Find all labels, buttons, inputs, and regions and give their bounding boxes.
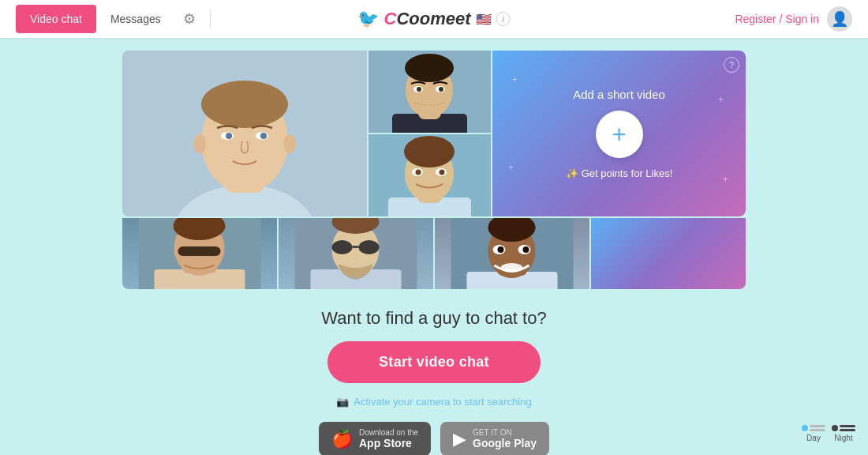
theme-day-line-2 [810, 429, 825, 431]
svg-point-40 [359, 240, 380, 254]
plus-icon: + [612, 122, 627, 147]
svg-point-7 [226, 133, 232, 139]
avatar[interactable]: 👤 [827, 6, 852, 32]
svg-point-18 [417, 87, 421, 92]
svg-point-10 [283, 134, 296, 153]
apple-icon: 🍎 [331, 429, 353, 449]
svg-point-48 [501, 263, 523, 273]
theme-day-option[interactable]: Day [802, 425, 825, 442]
theme-night-line-2 [840, 429, 855, 431]
theme-toggle: Day Night [802, 425, 855, 442]
svg-point-24 [404, 136, 455, 167]
help-badge[interactable]: ? [724, 57, 739, 73]
photo-grid-top: ? + + + + Add a short video + ✨ Get poin… [122, 51, 746, 216]
info-icon[interactable]: i [496, 12, 511, 26]
photo-grid-bottom [122, 218, 746, 289]
photo-bottom-1 [122, 218, 277, 289]
nav-messages-button[interactable]: Messages [96, 5, 175, 33]
svg-rect-34 [178, 246, 221, 256]
logo-area: 🐦 CCoomeet 🇺🇸 i [357, 9, 510, 29]
theme-night-line-1 [840, 425, 855, 427]
app-store-buttons: 🍎 Download on the App Store ▶ GET IT ON … [319, 422, 549, 455]
flag-icon: 🇺🇸 [476, 12, 492, 27]
svg-point-52 [523, 246, 529, 253]
svg-point-28 [440, 170, 445, 175]
get-points-label: ✨ Get points for Likes! [566, 167, 673, 179]
header-right: Register / Sign in 👤 [735, 6, 852, 32]
svg-point-51 [498, 246, 504, 253]
nav-left: Video chat Messages ⚙ [16, 4, 217, 34]
photo-bot-mid [369, 134, 491, 216]
theme-night-label: Night [834, 434, 852, 442]
start-video-chat-button[interactable]: Start video chat [327, 341, 541, 383]
camera-icon: 📷 [336, 396, 349, 408]
header: Video chat Messages ⚙ 🐦 CCoomeet 🇺🇸 i Re… [0, 0, 868, 38]
camera-hint-text: Activate your camera to start searching [354, 396, 531, 408]
google-play-text: GET IT ON Google Play [473, 428, 537, 449]
photo-top-mid [369, 51, 491, 133]
theme-night-lines [840, 425, 855, 431]
app-store-button[interactable]: 🍎 Download on the App Store [319, 422, 431, 455]
register-link[interactable]: Register / Sign in [735, 13, 819, 25]
cta-section: Want to find a guy to chat to? Start vid… [321, 308, 546, 408]
theme-day-dot [802, 425, 808, 431]
google-play-small-label: GET IT ON [473, 428, 537, 437]
add-video-button[interactable]: + [596, 111, 643, 158]
app-store-big-label: App Store [359, 437, 418, 449]
photo-large-left [122, 51, 367, 216]
theme-day-bar [802, 425, 825, 431]
cta-heading: Want to find a guy to chat to? [321, 308, 546, 329]
svg-point-15 [405, 54, 454, 82]
theme-night-bar [832, 425, 855, 431]
svg-point-19 [439, 87, 443, 92]
photo-bottom-2 [279, 218, 433, 289]
theme-day-label: Day [806, 434, 821, 442]
logo-bird-icon: 🐦 [357, 9, 379, 29]
photo-grid: ? + + + + Add a short video + ✨ Get poin… [122, 51, 746, 289]
google-play-icon: ▶ [453, 429, 466, 449]
svg-point-4 [201, 81, 288, 128]
logo-text: CCoomeet [383, 9, 470, 29]
theme-day-line-1 [810, 425, 825, 427]
settings-button[interactable]: ⚙ [175, 4, 204, 34]
add-video-panel: ? + + + + Add a short video + ✨ Get poin… [492, 51, 746, 216]
add-video-label: Add a short video [573, 88, 665, 101]
theme-day-lines [810, 425, 825, 431]
svg-point-9 [193, 134, 206, 153]
google-play-big-label: Google Play [473, 437, 537, 449]
theme-night-option[interactable]: Night [832, 425, 855, 442]
svg-point-8 [260, 133, 267, 139]
sparkle-icon: ✨ [566, 167, 578, 179]
photo-bottom-3 [435, 218, 589, 289]
photo-grid-middle [369, 51, 491, 216]
nav-video-chat-button[interactable]: Video chat [16, 5, 96, 33]
google-play-button[interactable]: ▶ GET IT ON Google Play [440, 422, 549, 455]
main-content: ? + + + + Add a short video + ✨ Get poin… [0, 38, 868, 455]
svg-rect-41 [353, 246, 359, 248]
svg-point-27 [416, 170, 421, 175]
theme-night-dot [832, 425, 838, 431]
nav-divider [210, 9, 211, 28]
photo-bottom-4 [591, 218, 746, 289]
svg-point-39 [332, 240, 353, 254]
app-store-text: Download on the App Store [359, 428, 418, 449]
camera-hint: 📷 Activate your camera to start searchin… [336, 396, 531, 408]
app-store-small-label: Download on the [359, 428, 418, 437]
